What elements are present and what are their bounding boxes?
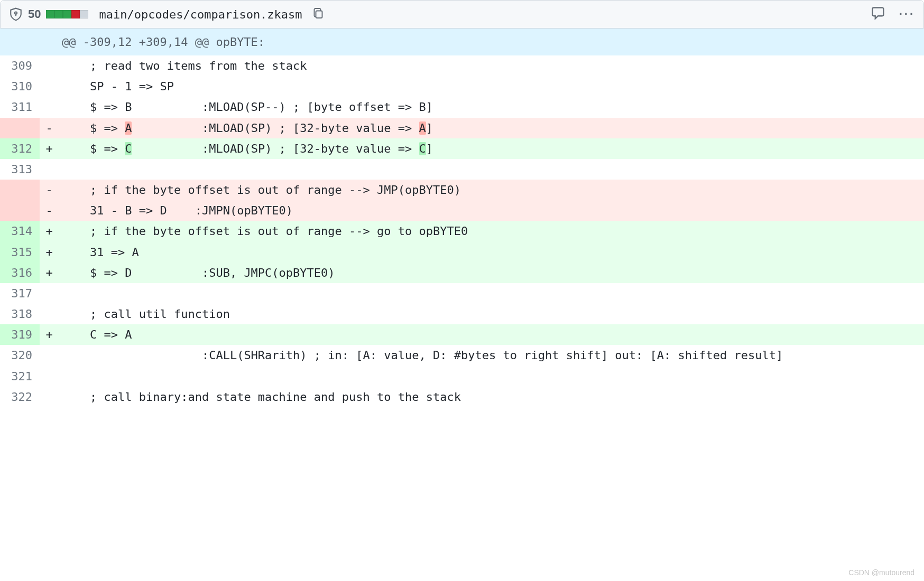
diff-bar-del bbox=[71, 10, 80, 18]
diff-marker bbox=[40, 29, 59, 55]
line-number: 320 bbox=[0, 345, 40, 366]
svg-point-0 bbox=[15, 12, 17, 14]
inline-deleted-text: A bbox=[125, 121, 132, 135]
diff-line: - $ => A :MLOAD(SP) ; [32-byte value => … bbox=[0, 118, 924, 138]
diff-marker: + bbox=[40, 324, 59, 345]
diff-line: 322 ; call binary:and state machine and … bbox=[0, 387, 924, 407]
line-number bbox=[0, 200, 40, 221]
line-number: 309 bbox=[0, 55, 40, 76]
diff-marker bbox=[40, 55, 59, 76]
code-content[interactable] bbox=[59, 159, 924, 180]
line-number: 311 bbox=[0, 97, 40, 117]
code-content[interactable]: SP - 1 => SP bbox=[59, 76, 924, 97]
code-content[interactable]: ; if the byte offset is out of range -->… bbox=[59, 180, 924, 200]
code-content[interactable]: ; call binary:and state machine and push… bbox=[59, 387, 924, 407]
diff-line: 317 bbox=[0, 283, 924, 304]
diff-marker: + bbox=[40, 242, 59, 263]
diff-bar-neutral bbox=[80, 10, 88, 18]
line-number bbox=[0, 29, 40, 55]
comment-icon[interactable] bbox=[871, 6, 885, 23]
code-content[interactable]: C => A bbox=[59, 324, 924, 345]
hunk-header-row: @@ -309,12 +309,14 @@ opBYTE: bbox=[0, 29, 924, 55]
diff-line: 318 ; call util function bbox=[0, 304, 924, 324]
diff-line-count: 50 bbox=[28, 7, 41, 21]
code-content[interactable]: $ => A :MLOAD(SP) ; [32-byte value => A] bbox=[59, 118, 924, 138]
line-number: 313 bbox=[0, 159, 40, 180]
diff-marker: - bbox=[40, 200, 59, 221]
file-header: 50 main/opcodes/comparison.zkasm ··· bbox=[0, 0, 924, 29]
diff-marker bbox=[40, 283, 59, 304]
diff-marker: + bbox=[40, 221, 59, 241]
line-number: 312 bbox=[0, 138, 40, 159]
diff-marker bbox=[40, 97, 59, 117]
line-number: 310 bbox=[0, 76, 40, 97]
inline-added-text: C bbox=[419, 142, 426, 155]
line-number: 316 bbox=[0, 263, 40, 283]
kebab-icon[interactable]: ··· bbox=[899, 7, 915, 21]
diff-line: 312+ $ => C :MLOAD(SP) ; [32-byte value … bbox=[0, 138, 924, 159]
diff-line: 309 ; read two items from the stack bbox=[0, 55, 924, 76]
diff-marker: + bbox=[40, 138, 59, 159]
shield-icon[interactable] bbox=[9, 7, 23, 21]
code-content[interactable]: ; call util function bbox=[59, 304, 924, 324]
diff-line: 311 $ => B :MLOAD(SP--) ; [byte offset =… bbox=[0, 97, 924, 117]
inline-added-text: C bbox=[125, 142, 132, 155]
line-number bbox=[0, 180, 40, 200]
diff-bar-add bbox=[46, 10, 54, 18]
code-content[interactable] bbox=[59, 366, 924, 387]
diff-line: 310 SP - 1 => SP bbox=[0, 76, 924, 97]
diff-line: 313 bbox=[0, 159, 924, 180]
code-content[interactable]: $ => C :MLOAD(SP) ; [32-byte value => C] bbox=[59, 138, 924, 159]
code-content[interactable]: 31 - B => D :JMPN(opBYTE0) bbox=[59, 200, 924, 221]
hunk-header: @@ -309,12 +309,14 @@ opBYTE: bbox=[59, 29, 924, 55]
diff-line: - 31 - B => D :JMPN(opBYTE0) bbox=[0, 200, 924, 221]
diff-marker bbox=[40, 304, 59, 324]
diff-marker bbox=[40, 366, 59, 387]
line-number: 322 bbox=[0, 387, 40, 407]
diff-stat-bars bbox=[46, 10, 88, 18]
diff-line: 321 bbox=[0, 366, 924, 387]
diff-marker: + bbox=[40, 263, 59, 283]
diff-line: 316+ $ => D :SUB, JMPC(opBYTE0) bbox=[0, 263, 924, 283]
diff-marker: - bbox=[40, 180, 59, 200]
code-content[interactable]: 31 => A bbox=[59, 242, 924, 263]
line-number bbox=[0, 118, 40, 138]
diff-marker: - bbox=[40, 118, 59, 138]
code-content[interactable]: ; read two items from the stack bbox=[59, 55, 924, 76]
diff-marker bbox=[40, 76, 59, 97]
file-path[interactable]: main/opcodes/comparison.zkasm bbox=[99, 8, 302, 21]
diff-marker bbox=[40, 159, 59, 180]
line-number: 317 bbox=[0, 283, 40, 304]
code-content[interactable]: $ => D :SUB, JMPC(opBYTE0) bbox=[59, 263, 924, 283]
code-content[interactable] bbox=[59, 283, 924, 304]
line-number: 314 bbox=[0, 221, 40, 241]
diff-marker bbox=[40, 387, 59, 407]
diff-line: 314+ ; if the byte offset is out of rang… bbox=[0, 221, 924, 241]
line-number: 315 bbox=[0, 242, 40, 263]
diff-marker bbox=[40, 345, 59, 366]
svg-rect-2 bbox=[316, 11, 322, 18]
code-content[interactable]: :CALL(SHRarith) ; in: [A: value, D: #byt… bbox=[59, 345, 924, 366]
diff-line: 315+ 31 => A bbox=[0, 242, 924, 263]
copy-icon[interactable] bbox=[312, 7, 325, 22]
line-number: 318 bbox=[0, 304, 40, 324]
diff-line: - ; if the byte offset is out of range -… bbox=[0, 180, 924, 200]
line-number: 319 bbox=[0, 324, 40, 345]
diff-line: 319+ C => A bbox=[0, 324, 924, 345]
diff-bar-add bbox=[63, 10, 71, 18]
code-content[interactable]: ; if the byte offset is out of range -->… bbox=[59, 221, 924, 241]
line-number: 321 bbox=[0, 366, 40, 387]
diff-table: @@ -309,12 +309,14 @@ opBYTE:309 ; read … bbox=[0, 29, 924, 407]
diff-line: 320 :CALL(SHRarith) ; in: [A: value, D: … bbox=[0, 345, 924, 366]
inline-deleted-text: A bbox=[419, 121, 426, 135]
code-content[interactable]: $ => B :MLOAD(SP--) ; [byte offset => B] bbox=[59, 97, 924, 117]
diff-bar-add bbox=[54, 10, 63, 18]
